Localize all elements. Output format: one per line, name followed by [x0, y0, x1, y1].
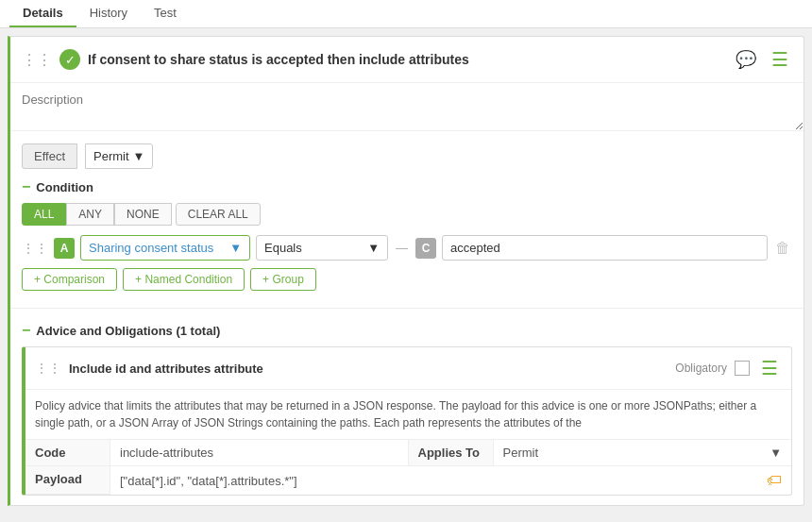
operator-select[interactable]: Equals ▼: [256, 235, 388, 261]
applies-to-value: Permit: [503, 446, 539, 460]
badge-a: A: [54, 238, 75, 259]
advice-drag-icon[interactable]: ⋮⋮: [35, 361, 61, 376]
add-comparison-button[interactable]: + Comparison: [22, 268, 117, 291]
code-label: Code: [25, 440, 110, 466]
tabs-bar: Details History Test: [0, 0, 812, 28]
condition-buttons: ALL ANY NONE CLEAR ALL: [22, 203, 792, 226]
applies-to-label: Applies To: [409, 440, 494, 466]
add-named-condition-button[interactable]: + Named Condition: [123, 268, 245, 291]
collapse-advice-icon[interactable]: −: [22, 322, 30, 339]
btn-none[interactable]: NONE: [114, 203, 172, 226]
advice-grid: Code include-attributes Applies To Permi…: [25, 440, 791, 466]
card-header: ⋮⋮ ✓ If consent to share status is accep…: [10, 37, 804, 83]
menu-button[interactable]: ☰: [768, 46, 792, 73]
advice-title: Include id and attributes attribute: [69, 362, 668, 376]
payload-row: Payload ["data[*].id", "data[*].attribut…: [25, 466, 791, 495]
field-chevron-icon: ▼: [229, 241, 242, 255]
description-textarea[interactable]: [10, 83, 804, 131]
advice-body: Policy advice that limits the attributes…: [25, 390, 791, 440]
btn-any[interactable]: ANY: [66, 203, 114, 226]
payload-label: Payload: [25, 466, 110, 495]
status-check-icon: ✓: [59, 49, 80, 70]
btn-all[interactable]: ALL: [22, 203, 66, 226]
add-group-button[interactable]: + Group: [250, 268, 316, 291]
tab-history[interactable]: History: [76, 0, 141, 27]
effect-select[interactable]: Permit ▼: [85, 143, 153, 169]
operator-chevron-icon: ▼: [367, 241, 380, 255]
card-title: If consent to share status is accepted t…: [88, 52, 724, 67]
advice-header: ⋮⋮ Include id and attributes attribute O…: [25, 347, 791, 390]
tab-test[interactable]: Test: [141, 0, 190, 27]
effect-section: Effect Permit ▼ − Condition ALL ANY NONE…: [10, 134, 804, 300]
drag-handle-icon[interactable]: ⋮⋮: [22, 51, 52, 69]
add-buttons: + Comparison + Named Condition + Group: [22, 268, 792, 291]
row-drag-icon[interactable]: ⋮⋮: [22, 241, 48, 256]
delete-condition-icon[interactable]: 🗑: [773, 238, 792, 259]
tag-icon: 🏷: [767, 472, 782, 489]
effect-chevron-icon: ▼: [133, 149, 145, 163]
advice-section-title: − Advice and Obligations (1 total): [22, 322, 792, 339]
value-input[interactable]: [442, 235, 768, 261]
comment-button[interactable]: 💬: [732, 47, 760, 72]
collapse-condition-icon[interactable]: −: [22, 178, 30, 195]
badge-c: C: [415, 238, 436, 259]
advice-menu-button[interactable]: ☰: [757, 355, 782, 381]
rule-card: ⋮⋮ ✓ If consent to share status is accep…: [8, 36, 804, 506]
effect-value: Permit: [93, 149, 129, 163]
applies-to-chevron-icon: ▼: [770, 446, 782, 460]
advice-section: − Advice and Obligations (1 total) ⋮⋮ In…: [10, 316, 804, 505]
advice-label: Advice and Obligations (1 total): [36, 324, 220, 338]
payload-text: ["data[*].id", "data[*].attributes.*"]: [120, 474, 297, 488]
effect-label: Effect: [22, 143, 77, 169]
payload-value: ["data[*].id", "data[*].attributes.*"] 🏷: [110, 466, 791, 495]
condition-section-title: − Condition: [22, 178, 792, 195]
operator-value: Equals: [264, 241, 302, 255]
obligatory-label: Obligatory: [675, 362, 727, 375]
condition-label: Condition: [36, 180, 93, 194]
code-value: include-attributes: [110, 440, 409, 466]
main-content: ⋮⋮ ✓ If consent to share status is accep…: [0, 28, 812, 522]
tab-details[interactable]: Details: [9, 0, 76, 27]
clear-all-button[interactable]: CLEAR ALL: [176, 203, 261, 226]
condition-row: ⋮⋮ A Sharing consent status ▼ Equals ▼ —…: [22, 235, 792, 261]
applies-to-select[interactable]: Permit ▼: [494, 440, 792, 466]
field-value: Sharing consent status: [89, 241, 213, 255]
obligatory-checkbox[interactable]: [735, 361, 750, 376]
advice-card: ⋮⋮ Include id and attributes attribute O…: [22, 346, 792, 496]
effect-row: Effect Permit ▼: [22, 143, 792, 169]
field-select[interactable]: Sharing consent status ▼: [80, 235, 250, 261]
